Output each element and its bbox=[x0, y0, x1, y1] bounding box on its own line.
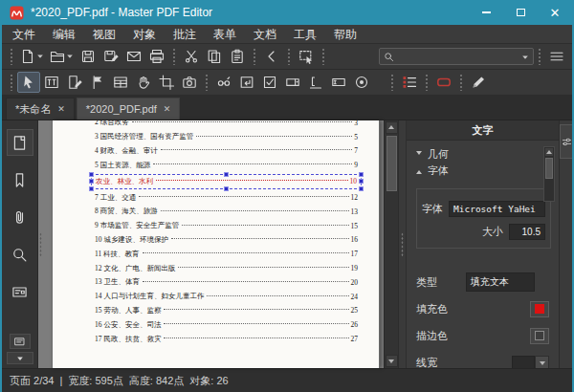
menu-item[interactable]: 批注 bbox=[165, 25, 205, 44]
document-tab[interactable]: *未命名✕ bbox=[6, 98, 75, 120]
sidebar-form-field-button[interactable] bbox=[7, 278, 33, 305]
fill-color-button[interactable] bbox=[530, 301, 549, 317]
checkbox-button[interactable] bbox=[258, 72, 281, 93]
close-button[interactable]: ✕ bbox=[538, 0, 572, 25]
search-dropdown-button[interactable] bbox=[520, 48, 529, 65]
red-annotation-button[interactable] bbox=[432, 72, 455, 93]
snapshot-button[interactable] bbox=[295, 46, 318, 67]
stroke-color-button[interactable] bbox=[530, 328, 549, 344]
toc-row[interactable]: 11 科技、教育17 bbox=[95, 247, 358, 261]
copy-button[interactable] bbox=[203, 46, 226, 67]
form-table-button[interactable] bbox=[109, 72, 132, 93]
toc-row[interactable]: 14 人口与计划生育、妇女儿童工作24 bbox=[95, 290, 358, 304]
font-size-field[interactable]: 10.5 bbox=[509, 224, 545, 240]
email-button[interactable] bbox=[122, 46, 145, 67]
selection-handle[interactable] bbox=[224, 172, 229, 177]
toc-row[interactable]: 7 工业、交通12 bbox=[95, 190, 358, 205]
radio-button-button[interactable] bbox=[350, 72, 373, 93]
toc-row[interactable]: 4 财政、金融、审计7 bbox=[95, 144, 358, 159]
camera-button[interactable] bbox=[178, 72, 201, 93]
toolbar-drag-handle[interactable] bbox=[10, 74, 13, 91]
signature-button[interactable] bbox=[304, 72, 327, 93]
scroll-down-button[interactable] bbox=[386, 355, 398, 367]
toc-row[interactable]: 13 卫生、体育20 bbox=[95, 275, 358, 290]
scroll-up-button[interactable] bbox=[386, 121, 398, 134]
select-cursor-button[interactable] bbox=[17, 72, 40, 93]
panel-splitter[interactable] bbox=[398, 120, 406, 368]
selection-handle[interactable] bbox=[224, 186, 229, 191]
menu-item[interactable]: 视图 bbox=[84, 25, 124, 44]
selection-box[interactable]: 农业、林业、水利10 bbox=[91, 174, 362, 189]
sidebar-page-thumbnails-button[interactable] bbox=[7, 129, 33, 156]
menu-item[interactable]: 文档 bbox=[245, 25, 285, 44]
menu-item[interactable]: 对象 bbox=[124, 25, 165, 44]
selection-handle[interactable] bbox=[359, 186, 364, 191]
cut-button[interactable] bbox=[180, 46, 203, 67]
minimize-button[interactable] bbox=[469, 0, 503, 25]
toc-row[interactable]: 2 综合政务3 bbox=[95, 120, 358, 130]
edit-page-button[interactable] bbox=[63, 72, 86, 93]
toc-row[interactable]: 10 城乡建设、环境保护16 bbox=[95, 233, 358, 248]
selection-handle[interactable] bbox=[359, 172, 364, 177]
selection-handle[interactable] bbox=[359, 179, 364, 184]
sidebar-more-button[interactable] bbox=[7, 352, 33, 364]
tree-scrollbar-thumb[interactable] bbox=[545, 158, 553, 179]
toc-row[interactable]: 17 民政、扶贫、救灾27 bbox=[95, 332, 358, 346]
sidebar-bookmark-button[interactable] bbox=[7, 166, 33, 193]
edit-text-button[interactable] bbox=[40, 72, 63, 93]
menu-button[interactable] bbox=[545, 46, 568, 67]
red-list-button[interactable] bbox=[398, 72, 421, 93]
type-field[interactable]: 填充文本 bbox=[466, 272, 535, 292]
new-document-button[interactable] bbox=[17, 46, 47, 67]
document-tab[interactable]: *2020_PDF.pdf✕ bbox=[77, 98, 181, 120]
flag-button[interactable] bbox=[86, 72, 109, 93]
tree-scrollbar[interactable] bbox=[543, 146, 555, 202]
sidebar-paperclip-button[interactable] bbox=[7, 204, 33, 230]
tree-item-字体[interactable]: 字体 bbox=[416, 163, 538, 179]
open-folder-button[interactable] bbox=[47, 46, 77, 67]
pdf-page[interactable]: 2 综合政务33 国民经济管理、国有资产监管54 财政、金融、审计75 国土资源… bbox=[52, 120, 380, 368]
combobox-button[interactable] bbox=[281, 72, 304, 93]
properties-toggle-tab[interactable] bbox=[560, 124, 573, 159]
paste-button[interactable] bbox=[226, 46, 249, 67]
maximize-button[interactable] bbox=[503, 0, 538, 25]
save-button[interactable] bbox=[77, 46, 99, 67]
sidebar-search-button[interactable] bbox=[7, 241, 33, 268]
title-bar[interactable]: *2020_PDF.pdf - Master PDF Editor ✕ bbox=[2, 0, 572, 25]
toc-row-selected[interactable]: 农业、林业、水利10 bbox=[95, 172, 358, 190]
toc-row[interactable]: 5 国土资源、能源9 bbox=[95, 158, 358, 172]
font-name-field[interactable]: Microsoft YaHei bbox=[449, 201, 545, 217]
sidebar-splitter-grip[interactable] bbox=[39, 232, 42, 257]
hyperlink-button[interactable] bbox=[235, 72, 258, 93]
pen-button[interactable] bbox=[467, 72, 490, 93]
back-button[interactable] bbox=[260, 46, 283, 67]
selection-handle[interactable] bbox=[89, 186, 94, 191]
menu-item[interactable]: 编辑 bbox=[44, 25, 84, 44]
sidebar-overflow-button[interactable] bbox=[10, 334, 31, 349]
save-as-button[interactable] bbox=[99, 46, 122, 67]
toc-row[interactable]: 16 公安、安全、司法26 bbox=[95, 317, 358, 332]
print-button[interactable] bbox=[145, 46, 168, 67]
tree-item-几何[interactable]: 几何 bbox=[416, 146, 538, 163]
line-width-field[interactable] bbox=[512, 356, 535, 369]
menu-item[interactable]: 表单 bbox=[205, 25, 245, 44]
menu-item[interactable]: 文件 bbox=[4, 25, 44, 44]
scrollbar-thumb[interactable] bbox=[386, 136, 397, 191]
text-field-button[interactable] bbox=[327, 72, 350, 93]
search-input[interactable] bbox=[397, 50, 518, 63]
toolbar-drag-handle[interactable] bbox=[10, 48, 13, 65]
vertical-scrollbar[interactable] bbox=[384, 120, 398, 368]
toc-row[interactable]: 8 商贸、海关、旅游13 bbox=[95, 205, 358, 219]
line-width-dropdown-button[interactable] bbox=[535, 356, 549, 369]
toc-row[interactable]: 9 市场监管、安全生产监管15 bbox=[95, 219, 358, 233]
crop-button[interactable] bbox=[155, 72, 178, 93]
toc-row[interactable]: 3 国民经济管理、国有资产监管5 bbox=[95, 130, 358, 144]
toc-row[interactable]: 15 劳动、人事、监察25 bbox=[95, 304, 358, 318]
hand-button[interactable] bbox=[132, 72, 155, 93]
link-button[interactable] bbox=[212, 72, 235, 93]
selection-handle[interactable] bbox=[89, 172, 94, 177]
tab-close-icon[interactable]: ✕ bbox=[164, 104, 171, 114]
tab-close-icon[interactable]: ✕ bbox=[57, 104, 65, 114]
menu-item[interactable]: 帮助 bbox=[325, 25, 365, 44]
menu-item[interactable]: 工具 bbox=[285, 25, 325, 44]
